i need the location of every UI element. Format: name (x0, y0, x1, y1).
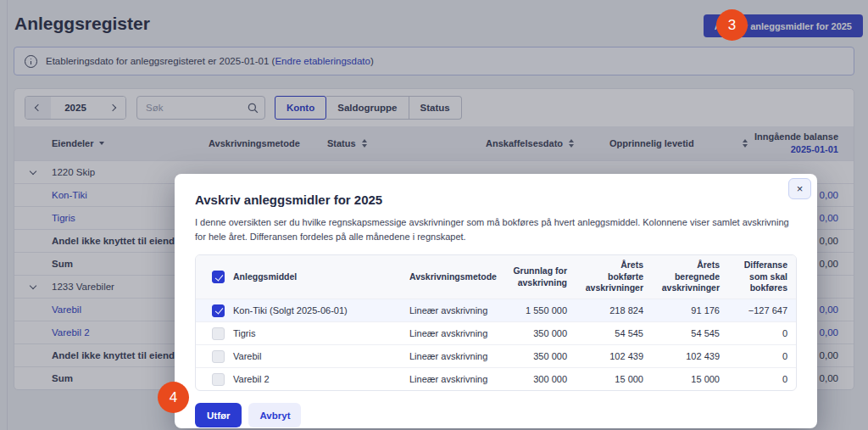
booked-depreciation: 15 000 (576, 374, 652, 384)
depreciation-row: Varebil Lineær avskrivning 350 000 102 4… (196, 344, 796, 367)
column-header-beregnede: Årets beregnede avskrivninger (652, 255, 728, 299)
column-header-differanse: Differanse som skal bokføres (728, 255, 796, 299)
depreciation-row: Tigris Lineær avskrivning 350 000 54 545… (196, 321, 796, 344)
depreciation-table: Anleggsmiddel Avskrivningsmetode Grunnla… (195, 254, 797, 391)
calculated-depreciation: 15 000 (652, 374, 728, 384)
depreciation-method: Lineær avskrivning (401, 351, 504, 361)
modal-footer: Utfør Avbryt (195, 403, 797, 427)
step-badge-3: 3 (716, 9, 748, 41)
row-checkbox[interactable] (212, 327, 225, 340)
cancel-button[interactable]: Avbryt (248, 403, 301, 427)
row-checkbox[interactable] (212, 304, 225, 317)
depreciation-basis: 350 000 (504, 328, 576, 338)
column-header-anleggsmiddel: Anleggsmiddel (225, 271, 401, 283)
booked-depreciation: 54 545 (576, 328, 652, 338)
depreciate-assets-modal: × Avskriv anleggsmidler for 2025 I denne… (175, 174, 817, 428)
difference-to-book: −127 647 (728, 305, 796, 316)
booked-depreciation: 102 439 (576, 351, 652, 361)
column-header-avskrivningsmetode: Avskrivningsmetode (401, 271, 504, 283)
asset-name: Kon-Tiki (Solgt 2025-06-01) (225, 305, 401, 316)
calculated-depreciation: 54 545 (652, 328, 728, 338)
booked-depreciation: 218 824 (576, 305, 652, 316)
calculated-depreciation: 91 176 (652, 305, 728, 316)
row-checkbox[interactable] (212, 373, 225, 386)
select-all-checkbox[interactable] (212, 271, 225, 283)
modal-title: Avskriv anleggsmidler for 2025 (195, 193, 797, 207)
difference-to-book: 0 (728, 351, 796, 361)
asset-name: Tigris (225, 328, 401, 338)
depreciation-basis: 350 000 (504, 351, 576, 361)
depreciation-method: Lineær avskrivning (401, 328, 504, 338)
depreciation-table-header: Anleggsmiddel Avskrivningsmetode Grunnla… (196, 255, 796, 299)
depreciation-row: Kon-Tiki (Solgt 2025-06-01) Lineær avskr… (196, 299, 796, 321)
calculated-depreciation: 102 439 (652, 351, 728, 361)
column-header-bokforte: Årets bokførte avskrivninger (576, 255, 652, 299)
difference-to-book: 0 (728, 374, 796, 384)
asset-name: Varebil (225, 351, 401, 361)
step-badge-4: 4 (158, 382, 189, 413)
depreciation-method: Lineær avskrivning (401, 374, 504, 384)
close-icon[interactable]: × (788, 178, 811, 199)
depreciation-method: Lineær avskrivning (401, 305, 504, 316)
confirm-button[interactable]: Utfør (195, 403, 242, 427)
difference-to-book: 0 (728, 328, 796, 338)
depreciation-basis: 1 550 000 (504, 305, 576, 316)
column-header-grunnlag: Grunnlag for avskrivning (504, 261, 576, 293)
depreciation-basis: 300 000 (504, 374, 576, 384)
row-checkbox[interactable] (212, 350, 225, 363)
depreciation-row: Varebil 2 Lineær avskrivning 300 000 15 … (196, 367, 796, 390)
asset-name: Varebil 2 (225, 374, 401, 384)
modal-description: I denne oversikten ser du hvilke regnska… (195, 215, 795, 244)
